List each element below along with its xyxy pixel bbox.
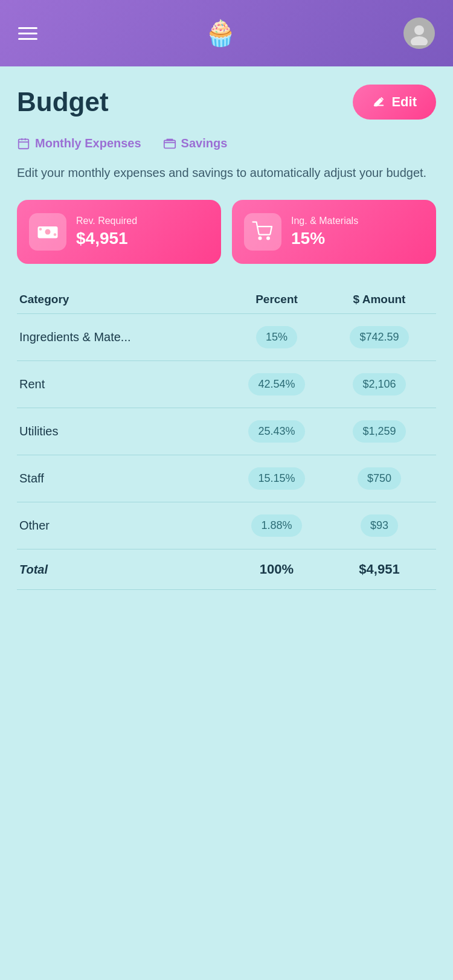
badge-container: 42.54%	[228, 373, 325, 396]
page-title: Budget	[17, 87, 109, 117]
cart-icon	[252, 221, 274, 243]
badge-container: 15%	[228, 326, 325, 348]
row-amount-badge: $750	[358, 467, 401, 490]
row-category: Ingredients & Mate...	[19, 330, 228, 344]
edit-button-label: Edit	[391, 94, 417, 110]
tabs-container: Monthly Expenses Savings	[17, 136, 436, 150]
row-amount-badge: $93	[361, 514, 398, 537]
row-category: Utilities	[19, 424, 228, 438]
row-percent-badge: 15.15%	[248, 467, 304, 490]
col-header-category: Category	[19, 293, 228, 306]
table-total-row: Total 100% $4,951	[17, 549, 436, 590]
svg-point-12	[259, 237, 262, 240]
badge-container: 25.43%	[228, 420, 325, 443]
stat-card-ing-materials: Ing. & Materials 15%	[232, 200, 436, 264]
budget-table: Category Percent $ Amount Ingredients & …	[17, 286, 436, 590]
svg-rect-6	[164, 140, 175, 148]
svg-point-0	[414, 25, 424, 35]
badge-container: $1,259	[325, 420, 434, 443]
svg-point-1	[411, 36, 428, 45]
stat-rev-info: Rev. Required $4,951	[76, 216, 137, 248]
table-row: Ingredients & Mate... 15% $742.59	[17, 314, 436, 361]
col-header-amount: $ Amount	[325, 293, 434, 306]
svg-point-9	[45, 229, 51, 235]
stat-rev-label: Rev. Required	[76, 216, 137, 226]
user-avatar[interactable]	[403, 18, 435, 49]
stat-ing-value: 15%	[291, 229, 358, 248]
edit-icon	[372, 95, 385, 109]
edit-button[interactable]: Edit	[353, 85, 436, 120]
svg-rect-7	[166, 138, 173, 141]
app-header: 🧁	[0, 0, 453, 66]
title-row: Budget Edit	[17, 85, 436, 120]
badge-container: 15.15%	[228, 467, 325, 490]
row-percent-badge: 1.88%	[251, 514, 301, 537]
money-icon	[37, 221, 59, 243]
svg-rect-3	[19, 139, 29, 149]
total-label: Total	[19, 563, 228, 577]
stat-rev-value: $4,951	[76, 229, 137, 248]
tab-savings-label: Savings	[181, 136, 228, 150]
money-icon-container	[29, 213, 66, 251]
cart-icon-container	[244, 213, 281, 251]
table-row: Rent 42.54% $2,106	[17, 361, 436, 408]
app-logo: 🧁	[205, 21, 236, 46]
svg-point-11	[54, 233, 57, 236]
table-header-row: Category Percent $ Amount	[17, 286, 436, 314]
stat-card-rev-required: Rev. Required $4,951	[17, 200, 221, 264]
badge-container: $2,106	[325, 373, 434, 396]
tab-monthly-expenses-label: Monthly Expenses	[35, 136, 141, 150]
badge-container: $742.59	[325, 326, 434, 348]
row-amount-badge: $1,259	[353, 420, 405, 443]
row-category: Other	[19, 519, 228, 533]
table-row: Other 1.88% $93	[17, 502, 436, 549]
svg-rect-5	[25, 138, 26, 140]
badge-container: $750	[325, 467, 434, 490]
row-percent-badge: 42.54%	[248, 373, 304, 396]
badge-container: $93	[325, 514, 434, 537]
stat-cards-container: Rev. Required $4,951 Ing. & Materials 15…	[17, 200, 436, 264]
stat-ing-label: Ing. & Materials	[291, 216, 358, 226]
total-percent: 100%	[228, 562, 325, 577]
menu-button[interactable]	[18, 27, 37, 40]
col-header-percent: Percent	[228, 293, 325, 306]
row-percent-badge: 25.43%	[248, 420, 304, 443]
svg-point-10	[39, 228, 42, 231]
tab-monthly-expenses[interactable]: Monthly Expenses	[17, 136, 141, 150]
stat-ing-info: Ing. & Materials 15%	[291, 216, 358, 248]
table-row: Utilities 25.43% $1,259	[17, 408, 436, 455]
row-category: Rent	[19, 377, 228, 391]
row-amount-badge: $742.59	[350, 326, 408, 348]
calendar-icon	[17, 137, 30, 150]
svg-point-13	[266, 237, 270, 240]
row-amount-badge: $2,106	[353, 373, 405, 396]
svg-rect-4	[21, 138, 22, 140]
tab-savings[interactable]: Savings	[163, 136, 228, 150]
row-category: Staff	[19, 472, 228, 485]
wallet-icon	[163, 137, 176, 150]
total-amount: $4,951	[325, 562, 434, 577]
page-description: Edit your monthly expenses and savings t…	[17, 164, 436, 182]
row-percent-badge: 15%	[256, 326, 297, 348]
badge-container: 1.88%	[228, 514, 325, 537]
main-content: Budget Edit Monthly Expenses	[0, 66, 453, 608]
table-row: Staff 15.15% $750	[17, 455, 436, 502]
